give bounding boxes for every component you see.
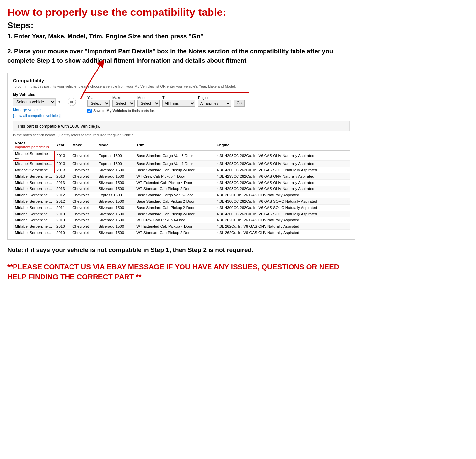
- manage-vehicles-link[interactable]: Manage vehicles: [13, 108, 61, 112]
- table-row: Mfrlabel:Serpentine ...2011ChevroletSilv…: [13, 204, 350, 211]
- dropdown-arrow-icon: ▼: [58, 100, 61, 104]
- go-button[interactable]: Go: [234, 100, 245, 107]
- select-vehicle-dropdown[interactable]: Select a vehicle: [13, 98, 56, 106]
- model-select[interactable]: -Select-: [137, 100, 160, 107]
- model-cell: Silverado 1500: [97, 173, 134, 179]
- make-cell: Chevrolet: [70, 229, 97, 236]
- th-notes-sub: Important part details: [15, 145, 49, 149]
- model-cell: Silverado 1500: [97, 204, 134, 211]
- table-row: Mfrlabel:Serpentine....2013ChevroletExpr…: [13, 160, 350, 167]
- save-checkbox-row: Save to My Vehicles to finds parts faste…: [87, 109, 245, 113]
- compatibility-section: Compatibility To confirm that this part …: [7, 73, 355, 240]
- trim-label: Trim: [162, 96, 195, 100]
- engine-cell: 4.3L 262Cu. In. V6 GAS OHV Naturally Asp…: [215, 229, 350, 236]
- th-engine: Engine: [215, 140, 350, 151]
- th-year: Year: [54, 140, 70, 151]
- year-cell: 2013: [54, 173, 70, 179]
- model-cell: Silverado 1500: [97, 179, 134, 186]
- th-notes-main: Notes: [15, 141, 26, 145]
- model-cell: Express 1500: [97, 150, 134, 160]
- trim-cell: Base Standard Cab Pickup 2-Door: [134, 204, 215, 211]
- model-field: Model -Select-: [137, 96, 160, 107]
- model-cell: Express 1500: [97, 160, 134, 167]
- make-cell: Chevrolet: [70, 211, 97, 217]
- make-cell: Chevrolet: [70, 150, 97, 160]
- engine-select[interactable]: All Engines: [198, 100, 231, 107]
- make-cell: Chevrolet: [70, 167, 97, 173]
- trim-cell: Base Standard Cargo Van 4-Door: [134, 160, 215, 167]
- make-cell: Chevrolet: [70, 217, 97, 223]
- th-model: Model: [97, 140, 134, 151]
- table-row: Mfrlabel:Serpentine ...2013ChevroletSilv…: [13, 179, 350, 186]
- form-fields-row: Year -Select- Make -Select- Model -Selec…: [87, 96, 245, 107]
- engine-cell: 4.3L 4300CC 262Cu. In. V6 GAS SOHC Natur…: [215, 204, 350, 211]
- vehicle-form-box: Year -Select- Make -Select- Model -Selec…: [83, 92, 249, 116]
- trim-cell: Base Standard Cab Pickup 2-Door: [134, 198, 215, 204]
- trim-cell: Base Standard Cargo Van 3-Door: [134, 150, 215, 160]
- make-cell: Chevrolet: [70, 192, 97, 198]
- engine-cell: 4.3L 4293CC 262Cu. In. V6 GAS OHV Natura…: [215, 150, 350, 160]
- make-field: Make -Select-: [112, 96, 135, 107]
- table-row: Mfrlabel:Serpentine ...2010ChevroletSilv…: [13, 223, 350, 229]
- make-cell: Chevrolet: [70, 160, 97, 167]
- step1-text: 1. Enter Year, Make, Model, Trim, Engine…: [7, 32, 355, 41]
- year-cell: 2010: [54, 211, 70, 217]
- step2-text: 2. Place your mouse over "Important Part…: [7, 47, 355, 66]
- trim-cell: WT Extended Cab Pickup 4-Door: [134, 223, 215, 229]
- notes-cell: Mfrlabel:Serpentine....: [13, 167, 55, 173]
- notes-cell: Mfrlabel:Serpentine....: [13, 160, 55, 167]
- year-cell: 2013: [54, 186, 70, 192]
- engine-cell: 4.3L 4293CC 262Cu. In. V6 GAS OHV Natura…: [215, 160, 350, 167]
- table-row: Mfrlabel:Serpentine...2010ChevroletSilve…: [13, 229, 350, 236]
- make-label: Make: [112, 96, 135, 100]
- year-cell: 2012: [54, 198, 70, 204]
- year-cell: 2011: [54, 204, 70, 211]
- make-cell: Chevrolet: [70, 173, 97, 179]
- notes-cell: Mfrlabel:Serpentine ...: [13, 192, 55, 198]
- notes-cell: Mfrlabel:Serpentine...: [13, 229, 55, 236]
- model-cell: Silverado 1500: [97, 223, 134, 229]
- model-label: Model: [137, 96, 160, 100]
- my-vehicles-label: My Vehicles: [13, 92, 61, 97]
- engine-cell: 4.3L 4293CC 262Cu. In. V6 GAS OHV Natura…: [215, 186, 350, 192]
- vehicle-select-row: Select a vehicle ▼: [13, 98, 61, 106]
- trim-select[interactable]: All Trims: [162, 100, 195, 107]
- year-cell: 2013: [54, 150, 70, 160]
- notes-cell: Mfrlabel:Serpentine ...: [13, 223, 55, 229]
- engine-cell: 4.3L 4300CC 262Cu. In. V6 GAS SOHC Natur…: [215, 198, 350, 204]
- engine-cell: 4.3L 4293CC 262Cu. In. V6 GAS OHV Natura…: [215, 179, 350, 186]
- notes-cell: Mfrlabel:Serpentine ...: [13, 198, 55, 204]
- year-cell: 2010: [54, 229, 70, 236]
- my-vehicles-panel: My Vehicles Select a vehicle ▼ Manage ve…: [13, 92, 61, 118]
- th-make: Make: [70, 140, 97, 151]
- trim-cell: WT Crew Cab Pickup 4-Door: [134, 217, 215, 223]
- show-all-link[interactable]: [show all compatible vehicles]: [13, 114, 61, 118]
- arrow-icon: [77, 59, 107, 102]
- engine-cell: 4.3L 4293CC 262Cu. In. V6 GAS OHV Natura…: [215, 173, 350, 179]
- engine-field: Engine All Engines: [198, 96, 231, 107]
- table-row: Mfrlabel:Serpentine ...2010ChevroletSilv…: [13, 217, 350, 223]
- engine-label: Engine: [198, 96, 231, 100]
- trim-cell: WT Standard Cab Pickup 2-Door: [134, 229, 215, 236]
- save-checkbox[interactable]: [87, 109, 92, 113]
- notes-cell: Mfrlabel:Serpentine ...: [13, 173, 55, 179]
- model-cell: Silverado 1500: [97, 211, 134, 217]
- table-row: Mfrlabel:Serpentine ...2010ChevroletSilv…: [13, 211, 350, 217]
- compat-subtitle: To confirm that this part fits your vehi…: [13, 84, 350, 88]
- trim-cell: WT Standard Cab Pickup 2-Door: [134, 186, 215, 192]
- contact-text: **PLEASE CONTACT US VIA EBAY MESSAGE IF …: [7, 262, 355, 282]
- year-cell: 2013: [54, 167, 70, 173]
- make-cell: Chevrolet: [70, 186, 97, 192]
- quantity-note: In the notes section below, Quantity ref…: [13, 133, 350, 137]
- compat-title: Compatibility: [13, 78, 350, 83]
- or-divider: or: [68, 92, 76, 106]
- make-select[interactable]: -Select-: [112, 100, 135, 107]
- notes-cell: Mfrlabel:Serpentine ...: [13, 217, 55, 223]
- make-cell: Chevrolet: [70, 223, 97, 229]
- year-cell: 2010: [54, 217, 70, 223]
- trim-cell: Base Standard Cab Pickup 2-Door: [134, 167, 215, 173]
- table-row: Mfrlabel:Serpentine ....2013ChevroletExp…: [13, 150, 350, 160]
- table-row: Mfrlabel:Serpentine ...2012ChevroletSilv…: [13, 198, 350, 204]
- make-cell: Chevrolet: [70, 198, 97, 204]
- model-cell: Express 1500: [97, 192, 134, 198]
